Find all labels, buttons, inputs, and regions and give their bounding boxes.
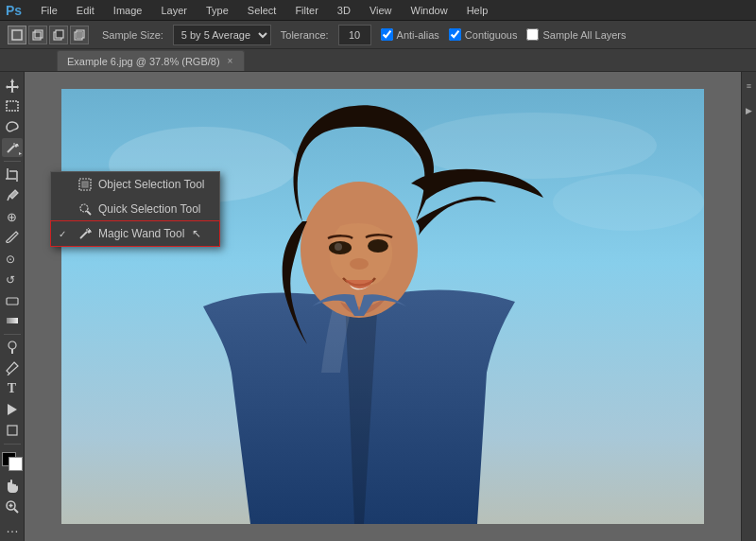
svg-point-36: [553, 174, 704, 231]
dodge-tool-button[interactable]: [2, 338, 23, 357]
svg-line-18: [8, 196, 9, 201]
zoom-tool-button[interactable]: [2, 497, 23, 516]
svg-line-47: [80, 232, 87, 238]
tool-mode-add[interactable]: [28, 26, 47, 44]
svg-rect-28: [8, 426, 17, 435]
crop-tool-button[interactable]: [2, 166, 23, 184]
svg-rect-1: [33, 32, 41, 40]
menu-item-help[interactable]: Help: [463, 3, 492, 18]
svg-point-41: [368, 239, 388, 253]
document-tab[interactable]: Example 6.jpg @ 37.8% (RGB/8) ×: [57, 50, 245, 71]
menu-item-image[interactable]: Image: [110, 3, 146, 18]
cursor-indicator: ↖: [192, 227, 201, 240]
tool-dropdown-menu: Object Selection Tool Quick Selection To…: [50, 171, 220, 247]
menu-item-window[interactable]: Window: [407, 3, 452, 18]
menu-item-type[interactable]: Type: [202, 3, 232, 18]
tab-bar: Example 6.jpg @ 37.8% (RGB/8) ×: [0, 49, 756, 72]
photo-content: [61, 89, 704, 524]
menu-item-3d[interactable]: 3D: [334, 3, 354, 18]
sample-all-layers-label: Sample All Layers: [542, 29, 626, 41]
menu-bar: Ps File Edit Image Layer Type Select Fil…: [0, 0, 756, 21]
svg-line-10: [8, 146, 14, 152]
menu-item-filter[interactable]: Filter: [291, 3, 321, 18]
sample-size-select[interactable]: 5 by 5 Average: [173, 25, 271, 45]
tool-mode-new[interactable]: [8, 26, 26, 44]
eraser-tool-button[interactable]: [2, 290, 23, 309]
svg-rect-9: [7, 101, 18, 111]
tab-label: Example 6.jpg @ 37.8% (RGB/8): [67, 56, 220, 67]
anti-alias-checkbox[interactable]: [381, 28, 393, 41]
svg-point-45: [80, 204, 88, 212]
history-brush-tool-button[interactable]: ↺: [2, 270, 23, 288]
object-selection-checkmark: [59, 180, 72, 190]
path-select-tool-button[interactable]: [2, 400, 23, 419]
svg-rect-23: [7, 318, 18, 323]
sample-all-layers-group: Sample All Layers: [526, 28, 626, 41]
svg-rect-2: [35, 30, 43, 38]
quick-selection-checkmark: [59, 204, 72, 215]
svg-rect-0: [12, 30, 22, 40]
tool-mode-subtract[interactable]: [49, 26, 68, 44]
svg-marker-8: [6, 79, 19, 93]
contiguous-group: Contiguous: [449, 28, 518, 41]
svg-rect-4: [56, 30, 63, 38]
svg-line-51: [88, 228, 90, 230]
svg-line-46: [87, 211, 91, 215]
svg-point-35: [411, 113, 657, 179]
object-selection-tool-option[interactable]: Object Selection Tool: [51, 172, 219, 197]
panel-arrow-button[interactable]: ▶: [744, 100, 755, 121]
sample-size-label: Sample Size:: [102, 29, 163, 41]
gradient-tool-button[interactable]: [2, 311, 23, 330]
anti-alias-group: Anti-alias: [381, 28, 439, 41]
svg-line-26: [8, 374, 9, 375]
move-tool-button[interactable]: [2, 76, 23, 95]
svg-line-30: [14, 509, 18, 513]
tool-mode-intersect[interactable]: [70, 26, 89, 44]
magic-wand-icon: [77, 226, 93, 241]
svg-point-42: [335, 243, 342, 251]
object-selection-label: Object Selection Tool: [98, 178, 205, 191]
photo-canvas: [61, 89, 704, 524]
svg-text:↺: ↺: [6, 273, 15, 287]
panel-toggle-button[interactable]: ≡: [744, 76, 755, 96]
menu-item-select[interactable]: Select: [244, 3, 281, 18]
right-panel: ≡ ▶: [741, 72, 756, 541]
tool-mode-icons: [8, 26, 89, 44]
tab-close-button[interactable]: ×: [228, 56, 233, 66]
canvas-area: Object Selection Tool Quick Selection To…: [25, 72, 741, 541]
brush-tool-button[interactable]: [2, 228, 23, 247]
magic-wand-tool-option[interactable]: ✓ Magic Wand Tool ↖: [51, 221, 219, 246]
clone-stamp-tool-button[interactable]: ⊙: [2, 249, 23, 268]
magic-wand-checkmark: ✓: [59, 229, 72, 239]
quick-selection-tool-option[interactable]: Quick Selection Tool: [51, 197, 219, 221]
pen-tool-button[interactable]: [2, 358, 23, 377]
svg-point-39: [350, 258, 369, 270]
hand-tool-button[interactable]: [2, 477, 23, 496]
more-tools-button[interactable]: …: [2, 518, 23, 537]
anti-alias-label: Anti-alias: [397, 29, 439, 41]
contiguous-label: Contiguous: [465, 29, 518, 41]
type-tool-button[interactable]: T: [2, 379, 23, 398]
menu-item-edit[interactable]: Edit: [73, 3, 98, 18]
lasso-tool-button[interactable]: [2, 117, 23, 136]
menu-item-file[interactable]: File: [37, 3, 61, 18]
foreground-background-colors[interactable]: [2, 452, 23, 471]
quick-selection-icon: [77, 201, 93, 217]
contiguous-checkbox[interactable]: [449, 28, 461, 41]
menu-item-layer[interactable]: Layer: [157, 3, 191, 18]
sample-all-layers-checkbox[interactable]: [526, 28, 539, 41]
svg-text:⊕: ⊕: [7, 210, 17, 224]
shape-tool-button[interactable]: [2, 421, 23, 440]
background-color[interactable]: [9, 457, 23, 471]
marquee-tool-button[interactable]: [2, 96, 23, 115]
svg-text:⊙: ⊙: [6, 253, 15, 266]
options-bar: Sample Size: 5 by 5 Average Tolerance: A…: [0, 21, 756, 49]
tolerance-input[interactable]: [338, 25, 371, 45]
magic-wand-tool-button[interactable]: ▸: [2, 138, 23, 157]
healing-tool-button[interactable]: ⊕: [2, 207, 23, 226]
svg-rect-7: [77, 32, 82, 38]
menu-item-view[interactable]: View: [366, 3, 396, 18]
svg-rect-22: [7, 298, 18, 305]
eyedropper-tool-button[interactable]: [2, 186, 23, 205]
tolerance-label: Tolerance:: [281, 29, 329, 41]
